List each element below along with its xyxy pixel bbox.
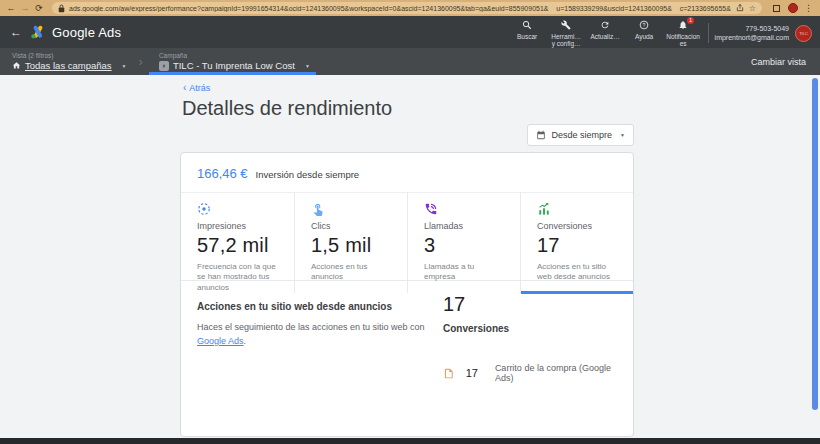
back-link[interactable]: ‹ Atrás (183, 82, 210, 93)
extensions-icon[interactable] (773, 5, 780, 12)
account-email: imprentnort@gmail.com (715, 33, 789, 42)
conversions-breakdown: 17 Conversiones 17 Carrito de la compra … (427, 293, 617, 383)
detail-body-text: Haces el seguimiento de las acciones en … (197, 322, 425, 332)
calendar-icon (536, 130, 546, 140)
clicks-icon (311, 201, 397, 216)
detail-body-suffix: . (244, 336, 247, 346)
performance-card: 166,46 € Inversión desde siempre Impresi… (180, 152, 634, 437)
metric-value: 57,2 mil (197, 234, 284, 257)
metric-tile-clics[interactable]: Clics 1,5 mil Acciones en tus anuncios (294, 193, 407, 293)
metric-value: 3 (424, 234, 510, 257)
main-content: ‹ Atrás Detalles de rendimiento Desde si… (0, 75, 820, 438)
detail-body: Haces el seguimiento de las acciones en … (197, 321, 427, 349)
smart-campaign-icon (159, 61, 169, 71)
toolbar-label: Buscar (517, 33, 537, 40)
metric-value: 17 (537, 234, 623, 257)
toolbar-label: Actualiz… (590, 33, 619, 40)
conversions-icon (537, 201, 623, 216)
view-selector-value: Todas las campañas (25, 60, 112, 71)
metric-label: Llamadas (424, 221, 510, 231)
account-avatar[interactable]: TILC (795, 25, 812, 42)
browser-menu-icon[interactable]: ⋮ (801, 3, 816, 13)
metric-tile-llamadas[interactable]: Llamadas 3 Llamadas a tu empresa (407, 193, 520, 293)
metric-value: 1,5 mil (311, 234, 397, 257)
wrench-icon (561, 20, 571, 31)
search-icon (522, 20, 532, 31)
app-back-icon[interactable]: ← (10, 25, 22, 39)
browser-chrome: ← → ⟳ ads.google.com/aw/express/performa… (0, 0, 820, 16)
campaign-selector[interactable]: Campaña TILC - Tu Imprenta Low Cost ▼ (147, 48, 318, 75)
metric-tiles: Impresiones 57,2 mil Frecuencia con la q… (181, 192, 633, 281)
header-divider (708, 23, 709, 43)
search-button[interactable]: Buscar (509, 20, 546, 40)
scrollbar-thumb[interactable] (812, 78, 818, 410)
lock-icon (58, 4, 65, 13)
header-toolbar: Buscar Herrami… y config… Actualiz… ? Ay… (509, 17, 702, 48)
toolbar-label: Herrami… y config… (551, 33, 581, 48)
back-chevron-icon: ‹ (183, 82, 186, 93)
calls-icon (424, 201, 510, 216)
view-selector-label: Vista (2 filtros) (12, 52, 127, 59)
page-title: Detalles de rendimiento (182, 97, 392, 120)
conversions-total: 17 (443, 293, 617, 316)
notifications-button[interactable]: 1 Notificacion es (665, 20, 702, 48)
campaign-nav-bar: Vista (2 filtros) Todas las campañas ▼ ›… (0, 48, 820, 75)
app-header: ← Google Ads Buscar Herrami… y config… (0, 16, 820, 48)
browser-refresh-icon[interactable]: ⟳ (32, 0, 46, 16)
svg-text:?: ? (643, 22, 646, 28)
browser-profile-avatar[interactable] (788, 3, 798, 13)
spend-label: Inversión desde siempre (256, 169, 360, 180)
metric-description: Frecuencia con la que se han mostrado tu… (197, 262, 284, 293)
help-button[interactable]: ? Ayuda (626, 20, 663, 40)
google-ads-logo[interactable] (30, 24, 46, 40)
metric-label: Clics (311, 221, 397, 231)
date-range-label: Desde siempre (552, 130, 613, 140)
share-icon[interactable] (736, 4, 744, 12)
url-text: ads.google.com/aw/express/performance?ca… (69, 5, 731, 12)
chevron-down-icon: ▼ (620, 132, 625, 138)
question-icon: ? (639, 20, 649, 31)
metric-tile-impresiones[interactable]: Impresiones 57,2 mil Frecuencia con la q… (181, 193, 294, 293)
impressions-icon (197, 201, 284, 216)
metric-description: Acciones en tu sitio web desde anuncios (537, 262, 623, 283)
bell-icon: 1 (678, 20, 688, 31)
breadcrumb-chevron-icon: › (135, 54, 147, 69)
conversions-total-label: Conversiones (443, 323, 617, 334)
account-info[interactable]: 779-503-5049 imprentnort@gmail.com (715, 24, 789, 42)
conversions-detail: Acciones en tu sitio web desde anuncios … (181, 281, 633, 383)
google-ads-link[interactable]: Google Ads (197, 336, 244, 346)
chevron-down-icon: ▼ (122, 63, 127, 69)
screen: ← → ⟳ ads.google.com/aw/express/performa… (0, 0, 820, 444)
date-range-button[interactable]: Desde siempre ▼ (527, 124, 634, 146)
metric-tile-conversiones[interactable]: Conversiones 17 Acciones en tu sitio web… (520, 193, 633, 293)
detail-heading: Acciones en tu sitio web desde anuncios (197, 301, 427, 312)
view-selector[interactable]: Vista (2 filtros) Todas las campañas ▼ (0, 48, 135, 75)
bottom-edge (0, 438, 820, 444)
refresh-button[interactable]: Actualiz… (587, 20, 624, 40)
notification-badge: 1 (687, 17, 694, 24)
metric-description: Acciones en tus anuncios (311, 262, 397, 283)
document-icon (443, 367, 455, 380)
browser-forward-icon[interactable]: → (18, 0, 32, 16)
account-phone: 779-503-5049 (715, 24, 789, 33)
browser-back-icon[interactable]: ← (4, 0, 18, 16)
conversion-count: 17 (466, 367, 478, 379)
refresh-icon (600, 20, 610, 31)
toolbar-label: Ayuda (635, 33, 653, 40)
home-icon (12, 61, 21, 70)
campaign-selector-value: TILC - Tu Imprenta Low Cost (173, 60, 295, 71)
spend-value: 166,46 € (197, 166, 248, 181)
metric-description: Llamadas a tu empresa (424, 262, 510, 283)
metric-label: Impresiones (197, 221, 284, 231)
conversion-name: Carrito de la compra (Google Ads) (495, 363, 617, 383)
bookmark-star-icon[interactable]: ☆ (749, 4, 756, 13)
url-bar[interactable]: ads.google.com/aw/express/performance?ca… (52, 2, 762, 14)
change-view-button[interactable]: Cambiar vista (751, 57, 820, 67)
campaign-selector-label: Campaña (159, 52, 310, 59)
back-link-label: Atrás (189, 83, 210, 93)
conversions-explainer: Acciones en tu sitio web desde anuncios … (197, 293, 427, 383)
chevron-down-icon: ▼ (305, 63, 310, 69)
metric-label: Conversiones (537, 221, 623, 231)
product-name: Google Ads (52, 25, 121, 40)
tools-settings-button[interactable]: Herrami… y config… (548, 20, 585, 48)
